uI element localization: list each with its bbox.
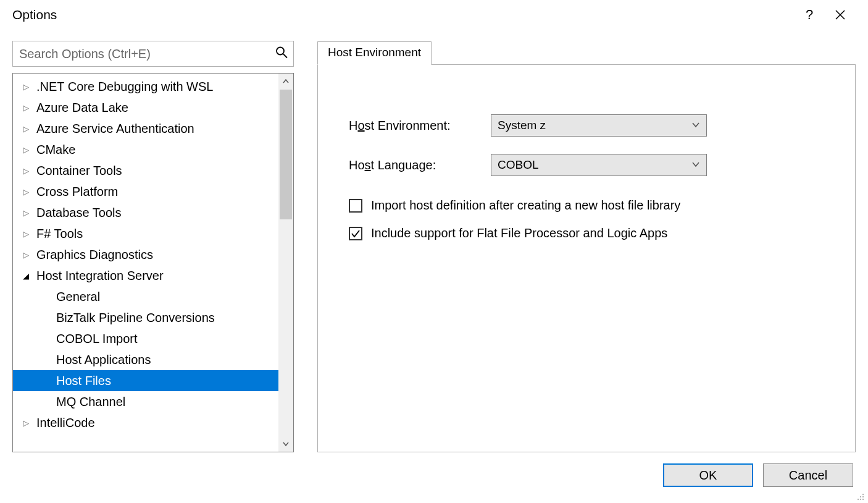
collapsed-icon: ▷	[19, 229, 33, 239]
tab-strip: Host Environment	[317, 41, 856, 64]
close-icon	[835, 9, 846, 20]
tree-item-label: Graphics Diagnostics	[36, 248, 153, 262]
import-host-definition-checkbox[interactable]	[349, 199, 362, 213]
collapsed-icon: ▷	[19, 208, 33, 218]
svg-point-7	[858, 499, 859, 500]
tab-host-environment[interactable]: Host Environment	[317, 41, 432, 65]
tree-item-biztalk-pipeline-conversions[interactable]: BizTalk Pipeline Conversions	[13, 307, 278, 328]
chevron-down-icon	[691, 119, 700, 132]
include-flat-file-support-label: Include support for Flat File Processor …	[371, 226, 667, 240]
scroll-up-icon[interactable]	[278, 74, 293, 90]
tree-item-general[interactable]: General	[13, 286, 278, 307]
svg-point-2	[277, 48, 284, 55]
chevron-down-icon	[691, 158, 700, 172]
search-container	[12, 41, 294, 67]
tree-scrollbar[interactable]	[278, 74, 293, 452]
tree-item-label: Host Files	[56, 374, 111, 388]
tree-item-label: MQ Channel	[56, 395, 125, 409]
tree-item-graphics-diagnostics[interactable]: ▷Graphics Diagnostics	[13, 244, 278, 265]
tree-item-label: BizTalk Pipeline Conversions	[56, 311, 215, 325]
scroll-thumb[interactable]	[280, 90, 292, 219]
import-host-definition-label: Import host definition after creating a …	[371, 198, 680, 213]
tree-item-label: Host Applications	[56, 353, 151, 367]
tree-item-label: IntelliCode	[36, 416, 95, 430]
tree-item-cobol-import[interactable]: COBOL Import	[13, 328, 278, 349]
tree-item-mq-channel[interactable]: MQ Channel	[13, 391, 278, 412]
tree-item-label: CMake	[36, 143, 75, 157]
svg-point-5	[860, 496, 861, 497]
collapsed-icon: ▷	[19, 124, 33, 133]
svg-point-9	[862, 499, 864, 500]
collapsed-icon: ▷	[19, 250, 33, 260]
search-input[interactable]	[12, 41, 294, 67]
tree-item-label: General	[56, 290, 100, 304]
svg-line-3	[283, 54, 287, 58]
host-language-select[interactable]: COBOL	[491, 154, 707, 176]
tree-item-host-applications[interactable]: Host Applications	[13, 349, 278, 370]
include-flat-file-support-checkbox[interactable]	[349, 227, 362, 240]
ok-button[interactable]: OK	[663, 463, 753, 487]
tree-item-label: Host Integration Server	[36, 269, 164, 283]
collapsed-icon: ▷	[19, 145, 33, 154]
expanded-icon: ◢	[19, 271, 33, 281]
tree-item-azure-service-authentication[interactable]: ▷Azure Service Authentication	[13, 118, 278, 139]
tree-item-f-tools[interactable]: ▷F# Tools	[13, 223, 278, 244]
tree-item-cross-platform[interactable]: ▷Cross Platform	[13, 181, 278, 202]
tree-item-host-integration-server[interactable]: ◢Host Integration Server	[13, 265, 278, 286]
collapsed-icon: ▷	[19, 103, 33, 112]
tree-item-label: F# Tools	[36, 227, 83, 241]
search-icon	[275, 46, 288, 62]
host-environment-select[interactable]: System z	[491, 114, 707, 137]
svg-point-8	[860, 499, 861, 500]
tree-item-container-tools[interactable]: ▷Container Tools	[13, 160, 278, 181]
tree-item-label: Azure Service Authentication	[36, 122, 194, 136]
scroll-down-icon[interactable]	[278, 436, 293, 452]
host-environment-panel: Host Environment: System z Host Language…	[317, 64, 856, 452]
window-title: Options	[12, 7, 794, 22]
tree-item-cmake[interactable]: ▷CMake	[13, 139, 278, 160]
help-button[interactable]: ?	[794, 2, 825, 27]
title-bar: Options ?	[0, 0, 868, 32]
tree-item-label: Container Tools	[36, 164, 122, 178]
tree-item-label: COBOL Import	[56, 332, 138, 346]
tree-item-net-core-debugging-with-wsl[interactable]: ▷.NET Core Debugging with WSL	[13, 76, 278, 97]
resize-grip-icon[interactable]	[854, 489, 864, 499]
host-language-value: COBOL	[498, 158, 539, 172]
collapsed-icon: ▷	[19, 166, 33, 175]
tree-item-label: .NET Core Debugging with WSL	[36, 80, 213, 94]
scroll-track[interactable]	[278, 90, 293, 436]
tree-item-database-tools[interactable]: ▷Database Tools	[13, 202, 278, 223]
collapsed-icon: ▷	[19, 418, 33, 428]
host-environment-value: System z	[498, 119, 546, 132]
svg-point-6	[862, 496, 864, 497]
close-button[interactable]	[825, 2, 856, 27]
tree-item-host-files[interactable]: Host Files	[13, 370, 278, 391]
cancel-button[interactable]: Cancel	[763, 463, 853, 487]
collapsed-icon: ▷	[19, 82, 33, 91]
host-language-label: Host Language:	[349, 158, 491, 172]
host-environment-label: Host Environment:	[349, 119, 491, 133]
tree-item-azure-data-lake[interactable]: ▷Azure Data Lake	[13, 97, 278, 118]
options-tree: ▷.NET Core Debugging with WSL▷Azure Data…	[12, 73, 294, 452]
tree-item-label: Database Tools	[36, 206, 122, 220]
svg-point-4	[862, 494, 864, 495]
check-icon	[351, 229, 361, 239]
collapsed-icon: ▷	[19, 187, 33, 197]
dialog-footer: OK Cancel	[0, 452, 868, 487]
tree-item-label: Cross Platform	[36, 185, 118, 199]
tree-item-label: Azure Data Lake	[36, 101, 128, 115]
tree-item-intellicode[interactable]: ▷IntelliCode	[13, 412, 278, 433]
